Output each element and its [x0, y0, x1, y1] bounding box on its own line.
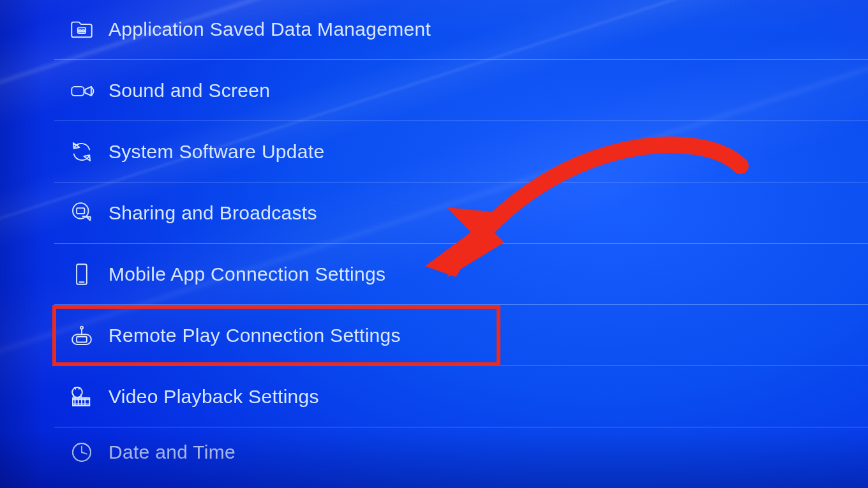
settings-item-label: Remote Play Connection Settings: [108, 325, 401, 346]
refresh-icon: [54, 138, 108, 165]
folder-icon: [54, 16, 108, 43]
settings-item-video-playback[interactable]: Video Playback Settings: [54, 366, 868, 427]
settings-item-saved-data[interactable]: Application Saved Data Management: [54, 0, 868, 60]
settings-item-label: Date and Time: [108, 441, 236, 463]
settings-item-label: Application Saved Data Management: [108, 18, 431, 40]
settings-item-label: System Software Update: [108, 141, 324, 163]
svg-rect-5: [77, 208, 84, 214]
svg-rect-6: [77, 264, 87, 285]
svg-rect-11: [77, 336, 87, 342]
svg-rect-2: [82, 30, 84, 32]
settings-item-label: Video Playback Settings: [108, 386, 319, 408]
settings-item-sharing[interactable]: Sharing and Broadcasts: [54, 182, 868, 244]
film-icon: [54, 383, 108, 410]
settings-item-label: Sound and Screen: [108, 80, 270, 101]
settings-item-remote-play[interactable]: Remote Play Connection Settings: [54, 305, 868, 366]
svg-rect-3: [71, 86, 84, 95]
svg-point-8: [80, 326, 82, 329]
settings-item-date-time[interactable]: Date and Time: [54, 427, 868, 477]
phone-icon: [54, 261, 108, 288]
settings-item-sound-screen[interactable]: Sound and Screen: [54, 60, 868, 121]
settings-item-label: Mobile App Connection Settings: [108, 263, 385, 285]
svg-rect-1: [79, 30, 81, 32]
camcorder-icon: [54, 77, 108, 104]
svg-rect-10: [72, 334, 91, 344]
settings-item-system-update[interactable]: System Software Update: [54, 121, 868, 182]
share-icon: [54, 200, 108, 226]
settings-menu: Application Saved Data Management Sound …: [54, 0, 868, 477]
settings-item-label: Sharing and Broadcasts: [108, 202, 317, 224]
vita-icon: [54, 322, 108, 349]
svg-line-23: [82, 452, 87, 454]
settings-item-mobile-app[interactable]: Mobile App Connection Settings: [54, 244, 868, 305]
clock-icon: [54, 439, 108, 466]
